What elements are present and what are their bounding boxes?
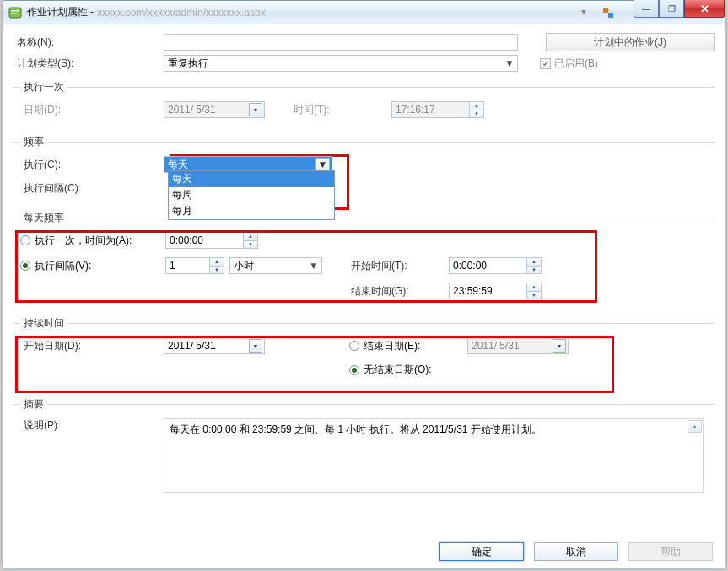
once-time-label: 时间(T): xyxy=(290,103,391,117)
daily-interval-input[interactable]: 1 ▲▼ xyxy=(165,257,224,274)
daily-frequency-legend: 每天频率 xyxy=(20,211,67,225)
description-label: 说明(P): xyxy=(20,418,164,433)
close-button[interactable]: ✕ xyxy=(684,0,725,18)
daily-interval-unit-select[interactable]: 小时 ▼ xyxy=(229,257,322,274)
summary-group: 摘要 说明(P): 每天在 0:00:00 和 23:59:59 之间、每 1 … xyxy=(13,397,715,509)
daily-once-radio[interactable]: 执行一次，时间为(A): xyxy=(20,234,165,248)
run-once-legend: 执行一次 xyxy=(20,80,67,94)
svg-rect-4 xyxy=(608,13,613,18)
description-textarea[interactable]: 每天在 0:00:00 和 23:59:59 之间、每 1 小时 执行。将从 2… xyxy=(164,418,704,493)
radio-icon xyxy=(349,365,359,375)
titlebar-extra-icons: ▾ xyxy=(581,6,615,19)
titlebar[interactable]: 作业计划属性 - xxxxx.com/xxxxx/admin/xxxxxxx.a… xyxy=(3,1,725,24)
dropdown-option-daily[interactable]: 每天 xyxy=(169,171,334,187)
enabled-label: 已启用(B) xyxy=(554,57,598,71)
help-button[interactable]: 帮助 xyxy=(628,542,713,561)
end-date-value: 2011/ 5/31 xyxy=(472,340,520,352)
daily-interval-radio[interactable]: 执行间隔(V): xyxy=(20,259,165,273)
dropdown-marker-icon: ▾ xyxy=(581,6,595,19)
once-date-input: 2011/ 5/31 ▼ xyxy=(164,101,265,118)
chevron-down-icon: ▼ xyxy=(504,57,515,69)
window-controls: — ❐ ✕ xyxy=(634,0,725,18)
svg-rect-2 xyxy=(11,13,17,14)
calendar-icon: ▼ xyxy=(553,339,566,353)
plugin-icon xyxy=(601,6,615,19)
no-end-date-radio[interactable]: 无结束日期(O): xyxy=(349,363,501,377)
exec-interval-label: 执行间隔(C): xyxy=(20,181,164,196)
schedule-type-label: 计划类型(S): xyxy=(13,57,157,71)
window-title: 作业计划属性 - xyxy=(27,5,94,19)
calendar-icon[interactable]: ▼ xyxy=(249,339,262,353)
schedule-type-value: 重复执行 xyxy=(168,57,208,71)
window-subtitle: xxxxx.com/xxxxx/admin/xxxxxxx.aspx xyxy=(97,7,265,19)
ok-button[interactable]: 确定 xyxy=(439,542,524,561)
restore-icon: ❐ xyxy=(668,4,676,13)
enabled-checkbox[interactable]: ✔ 已启用(B) xyxy=(540,57,598,71)
check-icon: ✔ xyxy=(540,58,551,69)
calendar-icon: ▼ xyxy=(249,103,262,116)
dropdown-option-weekly[interactable]: 每周 xyxy=(169,187,334,203)
svg-rect-1 xyxy=(11,10,19,12)
end-date-input: 2011/ 5/31 ▼ xyxy=(467,337,569,354)
dialog-body: 名称(N): 计划中的作业(J) 计划类型(S): 重复执行 ▼ ✔ 已启用(B… xyxy=(3,24,725,568)
chevron-down-icon: ▼ xyxy=(308,260,320,272)
spinner-icon: ▲▼ xyxy=(469,102,483,117)
radio-icon xyxy=(20,235,30,245)
once-time-input: 17:16:17 ▲▼ xyxy=(391,101,484,118)
daily-once-value: 0:00:00 xyxy=(170,234,203,246)
summary-legend: 摘要 xyxy=(20,397,47,412)
spinner-icon[interactable]: ▲▼ xyxy=(209,258,224,273)
start-date-input[interactable]: 2011/ 5/31 ▼ xyxy=(164,337,265,354)
dialog-window: 作业计划属性 - xxxxx.com/xxxxx/admin/xxxxxxx.a… xyxy=(3,0,725,568)
daily-start-value: 0:00:00 xyxy=(453,260,487,272)
exec-frequency-dropdown[interactable]: 每天 每周 每月 xyxy=(168,170,335,220)
daily-interval-unit-value: 小时 xyxy=(234,259,254,273)
schedule-type-select[interactable]: 重复执行 ▼ xyxy=(164,55,518,72)
daily-end-value: 23:59:59 xyxy=(453,285,493,297)
spinner-icon[interactable]: ▲▼ xyxy=(526,283,541,299)
scroll-up-icon[interactable]: ▲ xyxy=(688,420,702,433)
frequency-group: 频率 执行(C): 每天 ▼ 执行间隔(C): 每天 每周 每月 xyxy=(13,135,715,206)
daily-start-time-input[interactable]: 0:00:00 ▲▼ xyxy=(449,257,542,274)
exec-frequency-value: 每天 xyxy=(168,158,188,172)
once-date-value: 2011/ 5/31 xyxy=(168,104,216,116)
daily-once-time-input[interactable]: 0:00:00 ▲▼ xyxy=(165,232,258,249)
once-date-label: 日期(D): xyxy=(20,103,164,117)
start-date-label: 开始日期(D): xyxy=(20,339,164,353)
cancel-button[interactable]: 取消 xyxy=(534,542,618,561)
end-date-radio[interactable]: 结束日期(E): xyxy=(349,339,467,353)
once-time-value: 17:16:17 xyxy=(396,104,435,116)
run-once-group: 执行一次 日期(D): 2011/ 5/31 ▼ 时间(T): 17:16:17… xyxy=(13,80,715,130)
dialog-buttons: 确定 取消 帮助 xyxy=(439,542,713,561)
daily-once-label: 执行一次，时间为(A): xyxy=(35,234,132,248)
daily-end-label: 结束时间(G): xyxy=(348,284,449,299)
chevron-down-icon[interactable]: ▼ xyxy=(315,158,330,172)
daily-interval-value: 1 xyxy=(170,260,175,272)
minimize-button[interactable]: — xyxy=(634,0,659,18)
name-input[interactable] xyxy=(164,34,518,51)
spinner-icon[interactable]: ▲▼ xyxy=(243,233,257,248)
daily-interval-label: 执行间隔(V): xyxy=(35,259,91,273)
end-date-label: 结束日期(E): xyxy=(364,339,420,353)
jobs-in-schedule-button[interactable]: 计划中的作业(J) xyxy=(546,33,715,51)
frequency-legend: 频率 xyxy=(20,135,47,149)
start-date-value: 2011/ 5/31 xyxy=(168,340,216,352)
no-end-date-label: 无结束日期(O): xyxy=(364,363,432,377)
daily-end-time-input[interactable]: 23:59:59 ▲▼ xyxy=(449,283,542,299)
app-icon xyxy=(8,6,22,19)
name-label: 名称(N): xyxy=(13,35,157,50)
duration-legend: 持续时间 xyxy=(20,316,67,331)
close-icon: ✕ xyxy=(700,3,709,15)
minimize-icon: — xyxy=(642,4,650,13)
daily-frequency-group: 每天频率 执行一次，时间为(A): 0:00:00 ▲▼ 执行间隔(V): xyxy=(13,211,715,311)
description-value: 每天在 0:00:00 和 23:59:59 之间、每 1 小时 执行。将从 2… xyxy=(170,423,542,435)
daily-start-label: 开始时间(T): xyxy=(348,259,449,273)
spinner-icon[interactable]: ▲▼ xyxy=(526,258,541,273)
restore-button[interactable]: ❐ xyxy=(659,0,684,18)
exec-label: 执行(C): xyxy=(20,158,164,172)
dropdown-option-monthly[interactable]: 每月 xyxy=(169,203,334,219)
radio-icon xyxy=(20,261,30,271)
svg-rect-3 xyxy=(603,8,608,13)
radio-icon xyxy=(349,341,359,351)
duration-group: 持续时间 开始日期(D): 2011/ 5/31 ▼ 结束日期(E): 2011… xyxy=(13,316,715,392)
